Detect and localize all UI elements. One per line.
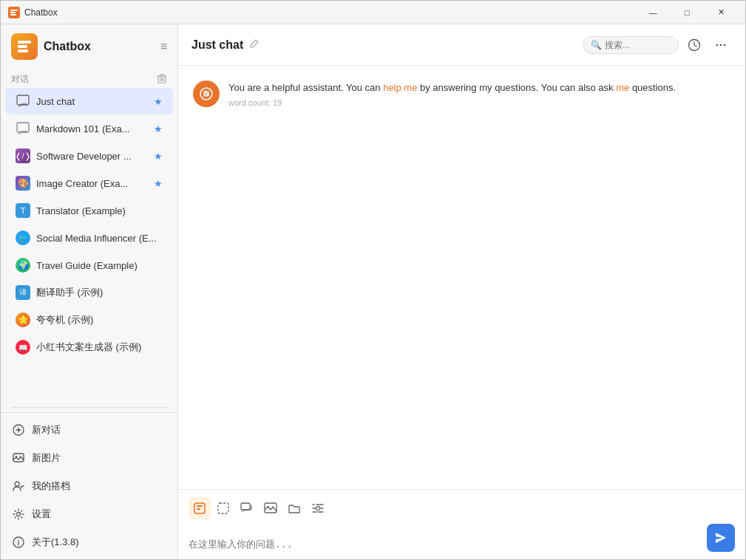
sidebar-item-label: Just chat: [36, 96, 148, 107]
messages-area: You are a helpful assistant. You can hel…: [178, 66, 745, 489]
settings-button[interactable]: 设置: [1, 500, 177, 528]
chatbox-toolbar-button[interactable]: [189, 497, 211, 519]
message: You are a helpful assistant. You can hel…: [193, 81, 730, 107]
about-label: 关于(1.3.8): [32, 536, 79, 549]
chat-icon: [16, 94, 30, 109]
main-content: Chatbox ≡ 对话: [1, 24, 745, 559]
svg-point-13: [15, 482, 19, 486]
message-text: You are a helpful assistant. You can hel…: [228, 81, 730, 95]
settings-toolbar-button[interactable]: [307, 497, 329, 519]
plus-icon: [11, 423, 26, 437]
new-image-label: 新图片: [32, 451, 61, 465]
message-body: You are a helpful assistant. You can hel…: [228, 81, 730, 107]
svg-rect-8: [17, 95, 29, 105]
input-area: [178, 489, 745, 559]
svg-rect-25: [197, 508, 200, 510]
info-icon: [11, 535, 26, 550]
image-creator-icon: 🎨: [16, 176, 30, 191]
new-chat-button[interactable]: 新对话: [1, 416, 177, 444]
more-options-button[interactable]: [710, 34, 732, 56]
new-image-button[interactable]: 新图片: [1, 444, 177, 472]
social-media-icon: 🐦: [16, 231, 30, 245]
sidebar-section-label: 对话: [1, 69, 177, 87]
svg-rect-9: [17, 123, 29, 132]
sidebar-item-image-creator[interactable]: 🎨 Image Creator (Exa... ★: [5, 170, 173, 197]
search-box: 🔍: [583, 36, 679, 54]
history-button[interactable]: [683, 34, 705, 56]
app-logo: [11, 33, 38, 60]
titlebar: Chatbox — □ ✕: [1, 1, 745, 24]
about-button[interactable]: 关于(1.3.8): [1, 528, 177, 556]
kuakua-icon: 🌟: [16, 313, 30, 327]
search-icon: 🔍: [591, 40, 602, 50]
svg-rect-24: [197, 505, 203, 507]
chat-input[interactable]: [189, 537, 701, 552]
trash-icon[interactable]: [157, 73, 167, 86]
new-chat-label: 新对话: [32, 423, 61, 437]
image-toolbar-button[interactable]: [260, 497, 282, 519]
send-button[interactable]: [707, 524, 735, 552]
sidebar-item-label: Translator (Example): [36, 205, 163, 216]
message-meta: word count: 19: [228, 98, 730, 107]
svg-rect-4: [18, 41, 32, 44]
app-name: Chatbox: [44, 40, 91, 53]
sidebar-item-fanyi[interactable]: 译 翻译助手 (示例): [5, 279, 173, 306]
svg-point-14: [17, 513, 21, 516]
markdown-icon: [16, 121, 30, 136]
sidebar-item-translator[interactable]: T Translator (Example): [5, 197, 173, 224]
sidebar-item-social-media[interactable]: 🐦 Social Media Influencer (E...: [5, 225, 173, 251]
settings-icon: [11, 507, 26, 522]
chat-header: Just chat 🔍: [178, 24, 745, 66]
sidebar-item-label: Markdown 101 (Exa...: [36, 123, 148, 134]
sidebar-menu-button[interactable]: ≡: [160, 40, 167, 53]
main-window: Chatbox — □ ✕ Chatbox ≡ 对话: [0, 0, 746, 560]
sidebar-item-label: Software Developer ...: [36, 151, 148, 162]
close-button[interactable]: ✕: [704, 1, 738, 24]
input-toolbar: [189, 497, 735, 519]
svg-point-18: [716, 44, 719, 46]
chat-area: Just chat 🔍: [178, 24, 745, 559]
sidebar: Chatbox ≡ 对话: [1, 24, 178, 559]
svg-rect-26: [218, 503, 228, 513]
svg-point-12: [16, 456, 17, 457]
software-dev-icon: ❬/❭: [16, 148, 30, 163]
star-icon: ★: [154, 151, 163, 162]
partner-icon: [11, 479, 26, 494]
select-toolbar-button[interactable]: [212, 497, 234, 519]
search-input[interactable]: [605, 40, 664, 50]
app-icon: [8, 7, 20, 18]
svg-point-30: [316, 507, 320, 511]
edit-title-button[interactable]: [249, 38, 260, 51]
sidebar-item-xiaohongshu[interactable]: 📖 小红书文案生成器 (示例): [5, 334, 173, 361]
minimize-button[interactable]: —: [636, 1, 670, 24]
sidebar-list: Just chat ★ Markdown 101 (Exa... ★: [1, 87, 177, 403]
maximize-button[interactable]: □: [670, 1, 704, 24]
svg-rect-2: [10, 12, 16, 13]
folder-toolbar-button[interactable]: [283, 497, 305, 519]
chat-input-container: [189, 524, 735, 552]
sidebar-item-just-chat[interactable]: Just chat ★: [5, 88, 173, 115]
window-controls: — □ ✕: [636, 1, 738, 24]
my-files-button[interactable]: 我的搭档: [1, 472, 177, 500]
my-files-label: 我的搭档: [32, 479, 70, 493]
chat-bubbles-toolbar-button[interactable]: [236, 497, 258, 519]
sidebar-item-label: Travel Guide (Example): [36, 260, 163, 271]
star-icon: ★: [154, 178, 163, 189]
image-plus-icon: [11, 451, 26, 465]
star-icon: ★: [154, 96, 163, 107]
svg-point-29: [267, 506, 269, 508]
svg-rect-3: [10, 14, 16, 16]
message-avatar: [193, 81, 220, 107]
star-icon: ★: [154, 123, 163, 134]
xiaohongshu-icon: 📖: [16, 340, 30, 355]
sidebar-item-travel-guide[interactable]: 🌍 Travel Guide (Example): [5, 252, 173, 279]
svg-point-20: [724, 44, 726, 46]
sidebar-item-software-developer[interactable]: ❬/❭ Software Developer ... ★: [5, 143, 173, 169]
sidebar-item-kuakua[interactable]: 🌟 夸夸机 (示例): [5, 307, 173, 333]
fanyi-icon: 译: [16, 285, 30, 300]
travel-guide-icon: 🌍: [16, 258, 30, 273]
sidebar-divider: [11, 407, 167, 408]
sidebar-bottom: 新对话 新图片: [1, 412, 177, 559]
svg-point-16: [18, 539, 19, 541]
sidebar-item-markdown[interactable]: Markdown 101 (Exa... ★: [5, 115, 173, 142]
